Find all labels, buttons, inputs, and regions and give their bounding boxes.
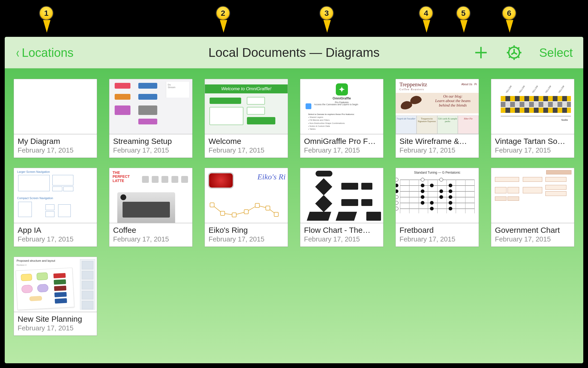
document-meta: Flow Chart - The…February 17, 2015 xyxy=(300,223,383,247)
document-card[interactable]: ✦OmniGrafflePro FeaturesAccess the Canva… xyxy=(300,79,383,158)
back-button[interactable]: ‹ Locations xyxy=(15,44,74,61)
document-title: Fretboard xyxy=(399,226,475,235)
settings-button[interactable] xyxy=(506,44,522,61)
chevron-left-icon: ‹ xyxy=(16,44,19,61)
document-title: Streaming Setup xyxy=(113,137,189,146)
documents-area: My DiagramFebruary 17, 2015DuStreamStrea… xyxy=(5,68,583,363)
document-card[interactable]: Proposed structure and layoutRevision 4N… xyxy=(14,257,97,336)
document-thumbnail: Larger Screen NavigationCompact Screen N… xyxy=(14,168,97,223)
plus-icon xyxy=(473,45,489,60)
document-card[interactable]: Standard Tuning — G PentatonicFretboardF… xyxy=(396,168,479,247)
document-card[interactable]: My DiagramFebruary 17, 2015 xyxy=(14,79,97,158)
document-title: Flow Chart - The… xyxy=(304,226,379,235)
document-thumbnail: ✦OmniGrafflePro FeaturesAccess the Canva… xyxy=(300,79,383,134)
document-date: February 17, 2015 xyxy=(209,146,284,154)
document-meta: New Site PlanningFebruary 17, 2015 xyxy=(14,312,97,336)
callout-pin-2: 2 xyxy=(216,6,231,33)
callout-number: 5 xyxy=(456,6,471,21)
document-meta: WelcomeFebruary 17, 2015 xyxy=(205,134,288,158)
document-thumbnail: TreppenwitzCoffee RoastersAbout Us PrOn … xyxy=(396,79,479,134)
select-button[interactable]: Select xyxy=(539,46,573,60)
document-thumbnail xyxy=(14,79,97,134)
document-thumbnail: Eiko's Ri xyxy=(205,168,288,223)
document-card[interactable]: Flow Chart - The…February 17, 2015 xyxy=(300,168,383,247)
document-title: OmniGraffle Pro F… xyxy=(304,137,379,146)
document-thumbnail xyxy=(300,168,383,223)
svg-rect-18 xyxy=(255,203,260,208)
callout-pin-1: 1 xyxy=(39,6,55,33)
back-label: Locations xyxy=(22,46,74,60)
document-card[interactable]: DuStreamStreaming SetupFebruary 17, 2015 xyxy=(109,79,192,158)
svg-line-7 xyxy=(509,47,510,49)
document-meta: CoffeeFebruary 17, 2015 xyxy=(109,223,192,247)
document-title: Coffee xyxy=(113,226,189,235)
callouts-layer: 123456 xyxy=(0,0,588,37)
document-thumbnail: THEPERFECTLATTE xyxy=(109,168,192,223)
document-date: February 17, 2015 xyxy=(495,146,570,154)
callout-pin-5: 5 xyxy=(456,6,472,33)
svg-rect-17 xyxy=(244,210,249,214)
document-card[interactable]: Welcome to OmniGraffle!WelcomeFebruary 1… xyxy=(205,79,288,158)
svg-line-8 xyxy=(518,56,519,58)
document-title: Government Chart xyxy=(495,226,570,235)
callout-number: 3 xyxy=(319,6,334,21)
document-card[interactable]: Eiko's RiEiko's RingFebruary 17, 2015 xyxy=(205,168,288,247)
callout-pin-6: 6 xyxy=(502,6,518,33)
svg-rect-14 xyxy=(210,203,214,207)
document-title: Welcome xyxy=(209,137,284,146)
svg-rect-20 xyxy=(274,212,278,216)
document-title: App IA xyxy=(18,226,93,235)
document-meta: OmniGraffle Pro F…February 17, 2015 xyxy=(300,134,383,158)
document-title: My Diagram xyxy=(18,137,93,146)
document-thumbnail: Proposed structure and layoutRevision 4 xyxy=(14,257,97,312)
document-date: February 17, 2015 xyxy=(304,235,379,243)
callout-number: 1 xyxy=(39,6,54,21)
gear-icon xyxy=(506,45,522,60)
documents-grid: My DiagramFebruary 17, 2015DuStreamStrea… xyxy=(14,79,574,336)
document-thumbnail: Welcome to OmniGraffle! xyxy=(205,79,288,134)
document-date: February 17, 2015 xyxy=(495,235,570,243)
pin-tail-icon xyxy=(43,20,50,33)
document-title: Eiko's Ring xyxy=(209,226,284,235)
callout-pin-3: 3 xyxy=(319,6,335,33)
document-date: February 17, 2015 xyxy=(304,146,379,154)
document-meta: Site Wireframe &…February 17, 2015 xyxy=(396,134,479,158)
svg-line-10 xyxy=(518,47,519,49)
svg-rect-15 xyxy=(221,211,225,215)
document-card[interactable]: THEPERFECTLATTECoffeeFebruary 17, 2015 xyxy=(109,168,192,247)
document-thumbnail: DuStream xyxy=(109,79,192,134)
document-date: February 17, 2015 xyxy=(113,146,189,154)
document-date: February 17, 2015 xyxy=(399,146,475,154)
document-date: February 17, 2015 xyxy=(399,235,475,243)
svg-line-9 xyxy=(509,56,510,58)
document-thumbnail: YELLOWYELLOWYELLOWYELLOWYELLOWSocks xyxy=(491,79,574,134)
pin-tail-icon xyxy=(460,20,468,33)
document-card[interactable]: Government ChartFebruary 17, 2015 xyxy=(491,168,574,247)
document-meta: FretboardFebruary 17, 2015 xyxy=(396,223,479,247)
document-card[interactable]: TreppenwitzCoffee RoastersAbout Us PrOn … xyxy=(396,79,479,158)
document-meta: Government ChartFebruary 17, 2015 xyxy=(491,223,574,247)
document-meta: App IAFebruary 17, 2015 xyxy=(14,223,97,247)
svg-rect-19 xyxy=(266,206,270,210)
document-title: New Site Planning xyxy=(18,315,93,324)
document-date: February 17, 2015 xyxy=(209,235,284,243)
document-card[interactable]: Larger Screen NavigationCompact Screen N… xyxy=(14,168,97,247)
add-button[interactable] xyxy=(473,44,489,61)
callout-number: 6 xyxy=(502,6,516,21)
pin-tail-icon xyxy=(220,20,227,33)
document-card[interactable]: YELLOWYELLOWYELLOWYELLOWYELLOWSocksVinta… xyxy=(491,79,574,158)
callout-number: 2 xyxy=(216,6,230,21)
pin-tail-icon xyxy=(323,20,331,33)
document-date: February 17, 2015 xyxy=(18,324,93,332)
svg-line-12 xyxy=(514,53,517,54)
callout-number: 4 xyxy=(419,6,433,21)
document-meta: Eiko's RingFebruary 17, 2015 xyxy=(205,223,288,247)
document-thumbnail: Standard Tuning — G Pentatonic xyxy=(396,168,479,223)
document-meta: Vintage Tartan So…February 17, 2015 xyxy=(491,134,574,158)
document-date: February 17, 2015 xyxy=(18,146,93,154)
document-meta: My DiagramFebruary 17, 2015 xyxy=(14,134,97,158)
toolbar: ‹ Locations Local Documents — Diagrams xyxy=(5,37,583,68)
callout-pin-4: 4 xyxy=(419,6,434,33)
document-title: Vintage Tartan So… xyxy=(495,137,570,146)
pin-tail-icon xyxy=(506,20,513,33)
